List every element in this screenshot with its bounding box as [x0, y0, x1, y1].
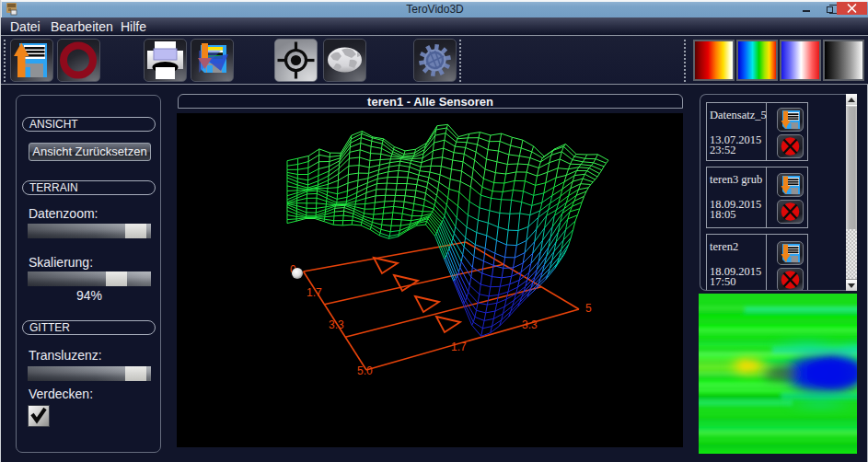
svg-text:5: 5 — [585, 302, 592, 315]
svg-text:1.7: 1.7 — [451, 341, 467, 353]
svg-text:3.3: 3.3 — [522, 318, 538, 331]
svg-text:5.0: 5.0 — [357, 364, 373, 377]
svg-text:1.7: 1.7 — [307, 286, 322, 299]
svg-text:3.3: 3.3 — [329, 318, 344, 331]
